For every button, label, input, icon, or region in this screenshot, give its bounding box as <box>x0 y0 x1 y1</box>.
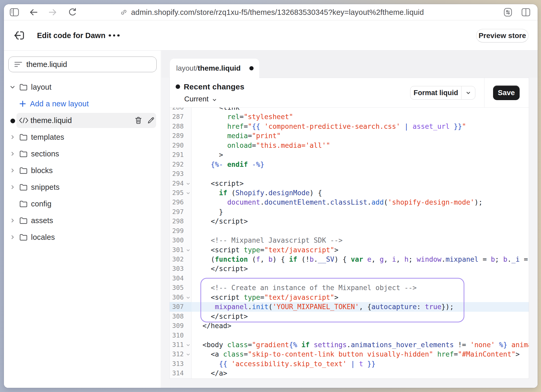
sidebar-item-blocks[interactable]: blocks <box>4 162 161 179</box>
line-number[interactable]: 304 <box>170 274 191 283</box>
sidebar-item-snippets[interactable]: snippets <box>4 179 161 195</box>
line-number[interactable]: 292 <box>170 160 191 169</box>
line-number[interactable]: 297 <box>170 207 191 217</box>
line-number[interactable]: 301 <box>170 245 191 255</box>
code-line[interactable]: <script> <box>192 179 529 188</box>
line-number[interactable]: 313 <box>170 359 191 369</box>
code-line[interactable]: <a class="skip-to-content-link button vi… <box>192 350 529 359</box>
line-number[interactable]: 294 <box>170 179 191 188</box>
code-line[interactable]: {%- endif -%} <box>192 160 529 169</box>
code-line[interactable]: <body class="gradient{% if settings.anim… <box>192 340 529 350</box>
editor-card: Recent changes Current Format liquid Sav… <box>169 78 529 379</box>
file-search-input[interactable]: theme.liquid <box>8 57 157 72</box>
code-line[interactable]: </a> <box>192 369 529 378</box>
sidebar-item-templates[interactable]: templates <box>4 129 161 145</box>
chevron-right-icon[interactable] <box>10 145 15 162</box>
code-line[interactable]: mixpanel.init('YOUR_MIXPANEL_TOKEN', {au… <box>192 302 529 311</box>
chevron-down-icon[interactable] <box>211 97 218 104</box>
code-line[interactable]: onload="this.media='all'" <box>192 141 529 150</box>
line-number[interactable]: 300 <box>170 236 191 245</box>
line-number[interactable]: 307 <box>170 302 191 311</box>
code-line[interactable]: href="{{ 'component-predictive-search.cs… <box>192 122 529 131</box>
code-line[interactable]: </head> <box>192 321 529 330</box>
chevron-right-icon[interactable] <box>10 212 15 229</box>
code-line[interactable] <box>192 331 529 340</box>
code-line[interactable]: </script> <box>192 264 529 273</box>
rename-file-icon[interactable] <box>146 112 156 129</box>
line-number[interactable]: 290 <box>170 141 191 150</box>
chevron-right-icon[interactable] <box>10 129 15 145</box>
code-line[interactable]: > <box>192 150 529 160</box>
chevron-down-icon[interactable] <box>10 79 15 95</box>
line-number[interactable]: 287 <box>170 112 191 121</box>
code-line[interactable]: </script> <box>192 312 529 321</box>
delete-file-icon[interactable] <box>133 112 144 129</box>
line-number[interactable]: 302 <box>170 255 191 264</box>
sidebar-item-sections[interactable]: sections <box>4 145 161 162</box>
more-menu-icon[interactable] <box>109 20 120 51</box>
forward-arrow-icon[interactable] <box>48 4 57 20</box>
exit-icon[interactable] <box>14 30 25 41</box>
line-number[interactable]: 311 <box>170 340 191 350</box>
sidebar-item-add-a-new-layout[interactable]: Add a new layout <box>4 95 161 112</box>
code-lines[interactable]: <link rel="stylesheet" href="{{ 'compone… <box>192 108 529 378</box>
line-number[interactable]: 305 <box>170 283 191 292</box>
line-number[interactable]: 308 <box>170 312 191 321</box>
line-number[interactable]: 314 <box>170 369 191 378</box>
format-liquid-button[interactable]: Format liquid <box>410 86 475 100</box>
sidebar-item-assets[interactable]: assets <box>4 212 161 229</box>
page-settings-icon[interactable] <box>502 4 514 20</box>
line-number[interactable]: 291 <box>170 150 191 160</box>
code-line[interactable]: if (Shopify.designMode) { <box>192 188 529 198</box>
sidebar-item-config[interactable]: config <box>4 195 161 212</box>
line-number[interactable]: 306 <box>170 293 191 302</box>
tab-theme-liquid[interactable]: layout/theme.liquid <box>170 59 259 78</box>
back-arrow-icon[interactable] <box>29 4 39 20</box>
save-button[interactable]: Save <box>493 85 520 100</box>
code-line[interactable]: (function (f, b) { if (!b.__SV) { var e,… <box>192 255 529 264</box>
chevron-right-icon[interactable] <box>10 162 15 179</box>
sidebar-item-label: snippets <box>31 179 60 195</box>
code-line[interactable] <box>192 226 529 236</box>
sidebar-item-locales[interactable]: locales <box>4 229 161 246</box>
line-number[interactable]: 298 <box>170 217 191 226</box>
line-number[interactable]: 299 <box>170 226 191 236</box>
code-editor[interactable]: 2862872882892902912922932942952962972982… <box>170 108 529 378</box>
code-line[interactable]: <script type="text/javascript"> <box>192 293 529 302</box>
line-number[interactable]: 312 <box>170 350 191 359</box>
sidebar-item-layout[interactable]: layout <box>4 79 161 95</box>
code-line[interactable] <box>192 169 529 179</box>
line-number[interactable]: 303 <box>170 264 191 273</box>
code-line[interactable]: <!-- Mixpanel Javascript SDK --> <box>192 236 529 245</box>
chevron-right-icon[interactable] <box>10 179 15 195</box>
line-number[interactable]: 288 <box>170 122 191 131</box>
chevron-right-icon[interactable] <box>10 229 15 246</box>
split-view-icon[interactable] <box>520 4 532 20</box>
toolbar-separator <box>484 78 484 107</box>
code-line[interactable]: </script> <box>192 217 529 226</box>
code-line[interactable]: <script type="text/javascript"> <box>192 245 529 255</box>
version-select-label[interactable]: Current <box>184 95 208 103</box>
line-number[interactable]: 295 <box>170 188 191 198</box>
code-line[interactable]: media="print" <box>192 131 529 140</box>
browser-sidebar-icon[interactable] <box>10 4 19 20</box>
line-number[interactable]: 310 <box>170 331 191 340</box>
code-line[interactable]: {{ 'accessibility.skip_to_text' | t }} <box>192 359 529 369</box>
code-line[interactable]: document.documentElement.classList.add('… <box>192 198 529 207</box>
code-line[interactable]: <!-- Create an instance of the Mixpanel … <box>192 283 529 292</box>
code-line[interactable] <box>192 274 529 283</box>
format-dropdown-icon[interactable] <box>462 89 475 96</box>
preview-store-button[interactable]: Preview store <box>476 29 528 42</box>
line-number[interactable]: 289 <box>170 131 191 140</box>
line-number[interactable]: 309 <box>170 321 191 330</box>
code-line[interactable]: <link <box>192 108 529 112</box>
line-number[interactable]: 293 <box>170 169 191 179</box>
code-line[interactable]: rel="stylesheet" <box>192 112 529 121</box>
line-number[interactable]: 296 <box>170 198 191 207</box>
code-line[interactable]: } <box>192 207 529 217</box>
folder-icon <box>19 129 28 145</box>
reload-icon[interactable] <box>68 4 77 20</box>
sidebar-item-theme-liquid[interactable]: theme.liquid <box>4 112 161 129</box>
address-bar[interactable]: admin.shopify.com/store/rzq1xu-f5/themes… <box>120 4 424 20</box>
line-number[interactable]: 286 <box>170 108 191 112</box>
